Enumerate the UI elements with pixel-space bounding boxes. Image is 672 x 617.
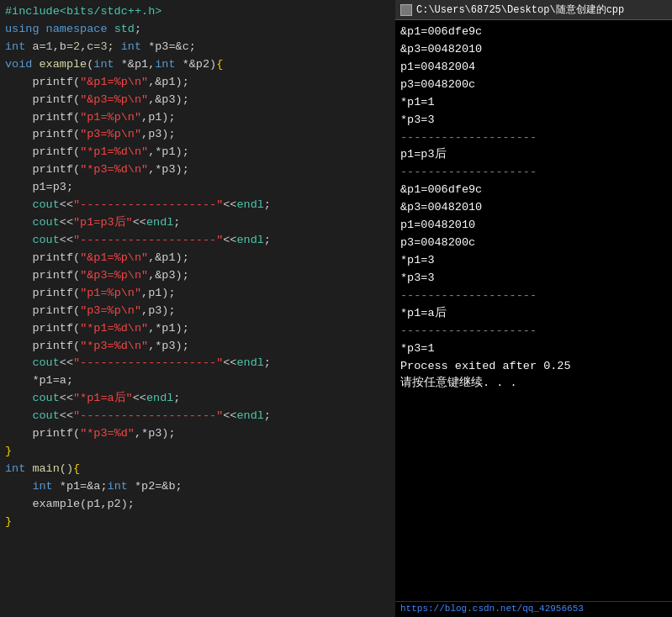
code-line: cout<<"*p1=a后"<<endl; xyxy=(5,390,390,408)
code-line: cout<<"--------------------"<<endl; xyxy=(5,408,390,425)
console-line: 请按任意键继续. . . xyxy=(400,375,667,393)
code-line: printf("p1=%p\n",p1); xyxy=(5,109,390,127)
console-line: p3=0048200c xyxy=(400,235,667,252)
console-title: C:\Users\68725\Desktop\随意创建的cpp xyxy=(416,3,624,17)
console-line: *p1=a后 xyxy=(400,305,667,323)
console-line: -------------------- xyxy=(400,287,667,305)
console-line: p1=p3后 xyxy=(400,146,667,164)
console-line: *p1=3 xyxy=(400,252,667,270)
console-line: p1=00482010 xyxy=(400,217,667,235)
code-line: printf("&p3=%p\n",&p3); xyxy=(5,92,390,109)
window-icon xyxy=(400,4,412,16)
code-line: printf("&p3=%p\n",&p3); xyxy=(5,267,390,285)
console-footer[interactable]: https://blog.csdn.net/qq_42956653 xyxy=(395,601,672,617)
console-line: *p3=1 xyxy=(400,340,667,358)
code-line: } xyxy=(5,443,390,461)
code-line: printf("*p3=%d\n",*p3); xyxy=(5,338,390,356)
code-line: cout<<"--------------------"<<endl; xyxy=(5,232,390,250)
console-titlebar: C:\Users\68725\Desktop\随意创建的cpp xyxy=(395,0,672,20)
console-line: -------------------- xyxy=(400,164,667,182)
code-line: int main(){ xyxy=(5,461,390,478)
console-line: p3=0048200c xyxy=(400,76,667,94)
code-line: cout<<"--------------------"<<endl; xyxy=(5,355,390,372)
code-line: int a=1,b=2,c=3; int *p3=&c; xyxy=(5,39,390,56)
code-line: printf("p3=%p\n",p3); xyxy=(5,303,390,320)
code-line: printf("&p1=%p\n",&p1); xyxy=(5,250,390,267)
code-line: cout<<"--------------------"<<endl; xyxy=(5,197,390,214)
code-line: cout<<"p1=p3后"<<endl; xyxy=(5,214,390,232)
code-line: #include<bits/stdc++.h> xyxy=(5,3,390,21)
code-line: printf("*p1=%d\n",*p1); xyxy=(5,144,390,161)
code-line: int *p1=&a;int *p2=&b; xyxy=(5,478,390,496)
console-line: -------------------- xyxy=(400,323,667,340)
code-line: using namespace std; xyxy=(5,21,390,39)
code-line: printf("&p1=%p\n",&p1); xyxy=(5,74,390,92)
console-line: *p3=3 xyxy=(400,112,667,129)
console-output: &p1=006dfe9c&p3=00482010p1=00482004p3=00… xyxy=(395,20,672,601)
code-line: printf("*p3=%d",*p3); xyxy=(5,425,390,443)
code-line: p1=p3; xyxy=(5,179,390,197)
code-line: void example(int *&p1,int *&p2){ xyxy=(5,56,390,74)
code-line: printf("p3=%p\n",p3); xyxy=(5,126,390,144)
code-line: *p1=a; xyxy=(5,372,390,390)
code-line: example(p1,p2); xyxy=(5,496,390,514)
console-line: p1=00482004 xyxy=(400,59,667,76)
console-line: Process exited after 0.25 xyxy=(400,358,667,376)
code-line: } xyxy=(5,514,390,531)
code-editor[interactable]: #include<bits/stdc++.h>using namespace s… xyxy=(0,0,395,617)
console-line: *p1=1 xyxy=(400,94,667,112)
code-line: printf("*p1=%d\n",*p1); xyxy=(5,320,390,338)
console-line: &p1=006dfe9c xyxy=(400,24,667,41)
console-line: *p3=3 xyxy=(400,270,667,287)
console-line: &p1=006dfe9c xyxy=(400,182,667,199)
console-line: &p3=00482010 xyxy=(400,41,667,59)
console-panel: C:\Users\68725\Desktop\随意创建的cpp &p1=006d… xyxy=(395,0,672,617)
console-line: &p3=00482010 xyxy=(400,199,667,217)
code-line: printf("p1=%p\n",p1); xyxy=(5,285,390,303)
console-line: -------------------- xyxy=(400,129,667,147)
code-line: printf("*p3=%d\n",*p3); xyxy=(5,161,390,179)
